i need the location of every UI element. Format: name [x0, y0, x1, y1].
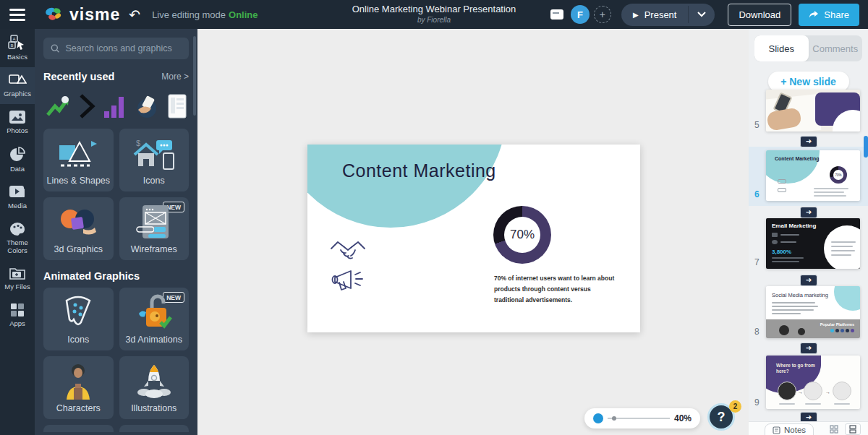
- sidebar-item-theme-colors[interactable]: ThemeColors: [0, 216, 35, 261]
- category-wireframes[interactable]: NEW Wireframes: [119, 197, 190, 260]
- sidebar-item-data[interactable]: Data: [0, 141, 35, 179]
- slide-number: 8: [754, 327, 760, 337]
- slide-thumbnail-6[interactable]: Content Marketing 70%: [766, 150, 860, 201]
- view-toggles: [826, 423, 861, 435]
- category-animated-icons[interactable]: Icons: [43, 288, 114, 350]
- graphics-panel: Recently used More >: [35, 29, 197, 435]
- pizza-slice-icon: [43, 295, 114, 331]
- document-meta: Online Marketing Webinar Presentation by…: [352, 4, 516, 24]
- grid-view-button[interactable]: [826, 423, 842, 435]
- notes-icon: [773, 426, 780, 434]
- slide-transition-button[interactable]: ➜: [800, 136, 817, 147]
- document-icon[interactable]: [167, 93, 187, 119]
- search-bar[interactable]: [43, 38, 189, 59]
- three-d-graphics-icon: [43, 204, 114, 241]
- hamburger-menu-icon[interactable]: [0, 0, 35, 29]
- chevron-down-icon: [697, 12, 706, 17]
- undo-icon[interactable]: ↷: [129, 7, 140, 23]
- slide-transition-button[interactable]: ➜: [800, 275, 817, 286]
- slide-number: 5: [754, 120, 760, 130]
- zoom-slider-knob[interactable]: [593, 413, 603, 423]
- category-3d-animations[interactable]: NEW 3d Animations: [119, 288, 190, 350]
- add-collaborator-button[interactable]: +: [594, 6, 611, 23]
- partial-card[interactable]: [119, 425, 190, 432]
- logo-text: visme: [69, 5, 120, 25]
- category-lines-shapes[interactable]: Lines & Shapes: [43, 129, 114, 191]
- slide-row-6: 6 Content Marketing 70%: [749, 150, 868, 202]
- hand-holding-card-icon[interactable]: [134, 94, 160, 119]
- sidebar-item-my-files[interactable]: My Files: [0, 260, 35, 297]
- green-trend-arrow-icon[interactable]: [45, 93, 71, 119]
- play-icon: ▶: [633, 11, 639, 19]
- slide-number: 7: [754, 257, 760, 267]
- slide-number-selected: 6: [754, 189, 760, 199]
- more-link[interactable]: More >: [161, 72, 189, 82]
- sidebar-item-basics[interactable]: A B Basics: [0, 29, 35, 67]
- chevron-right-icon[interactable]: [78, 94, 95, 119]
- slide-thumbnail-5[interactable]: [766, 90, 860, 132]
- slide-canvas[interactable]: Content Marketing 70% 70% o: [307, 145, 640, 332]
- basics-blocks-icon: A B: [8, 34, 27, 51]
- lines-shapes-icon: [43, 136, 114, 172]
- slide-transition-button[interactable]: ➜: [800, 343, 817, 354]
- teal-semicircle-shape[interactable]: [307, 145, 506, 228]
- apps-grid-icon: [9, 302, 25, 318]
- slide-row-7: 7 Email Marketing 3,800%: [749, 218, 868, 270]
- megaphone-icon[interactable]: [331, 269, 365, 293]
- canvas[interactable]: Content Marketing 70% 70% o: [197, 29, 749, 435]
- category-grid: Lines & Shapes $ Icons 3d Graphics NEW W: [43, 129, 189, 260]
- notes-button[interactable]: Notes: [765, 423, 814, 435]
- search-icon: [51, 43, 59, 53]
- document-byline: by Fiorella: [352, 16, 516, 24]
- live-mode-status: Live editing modeOnline: [152, 9, 258, 20]
- slide-thumbnail-9[interactable]: Where to go from here? → →: [766, 356, 860, 409]
- grid-view-icon: [830, 425, 838, 434]
- tab-slides[interactable]: Slides: [754, 35, 809, 61]
- present-button[interactable]: ▶Present: [621, 4, 689, 26]
- sidebar-item-photos[interactable]: Photos: [0, 104, 35, 141]
- list-view-button[interactable]: [845, 423, 861, 435]
- slide-thumbnail-7[interactable]: Email Marketing 3,800%: [766, 218, 860, 269]
- sidebar-item-media[interactable]: Media: [0, 179, 35, 216]
- character-person-icon: [43, 363, 114, 400]
- theme-palette-icon: [8, 221, 27, 237]
- search-input[interactable]: [65, 43, 182, 53]
- sidebar-item-apps[interactable]: Apps: [0, 297, 35, 334]
- svg-text:B: B: [10, 43, 13, 48]
- present-dropdown-button[interactable]: [688, 6, 715, 23]
- category-3d-graphics[interactable]: 3d Graphics: [43, 197, 114, 260]
- panel-scrollbar[interactable]: [193, 36, 196, 116]
- left-toolbar: A B Basics Graphics Photos: [0, 29, 35, 435]
- download-button[interactable]: Download: [728, 4, 791, 26]
- slide-title[interactable]: Content Marketing: [342, 160, 496, 181]
- sidebar-item-graphics[interactable]: Graphics: [0, 67, 35, 104]
- avatar[interactable]: F: [571, 5, 590, 24]
- icons-category-icon: $: [119, 136, 190, 172]
- share-button[interactable]: Share: [799, 4, 859, 26]
- share-arrow-icon: [809, 10, 819, 19]
- tab-comments[interactable]: Comments: [809, 35, 863, 61]
- slide-transition-button[interactable]: ➜: [800, 207, 817, 218]
- category-illustrations[interactable]: Illustrations: [119, 356, 190, 419]
- recently-used-row: [45, 91, 187, 121]
- category-characters[interactable]: Characters: [43, 356, 114, 419]
- document-title[interactable]: Online Marketing Webinar Presentation: [352, 4, 516, 14]
- slide-row-9: 9 Where to go from here? → →: [749, 356, 868, 410]
- partial-card[interactable]: [43, 425, 114, 432]
- purple-bar-chart-icon[interactable]: [103, 94, 127, 119]
- present-group: ▶Present: [621, 4, 715, 26]
- slide-caption[interactable]: 70% of internet users want to learn abou…: [494, 273, 618, 306]
- slide-thumbnail-8[interactable]: Social Media marketing Popular Platforms: [766, 286, 860, 338]
- zoom-slider-track[interactable]: [608, 418, 670, 419]
- new-slide-button[interactable]: + New slide: [768, 72, 849, 92]
- category-icons[interactable]: $ Icons: [119, 129, 190, 191]
- handshake-icon[interactable]: [329, 238, 367, 264]
- visme-editor: visme ↷ Live editing modeOnline Online M…: [0, 0, 868, 435]
- slide-row-8: 8 Social Media marketing Popular Platfor…: [749, 286, 868, 340]
- zoom-value: 40%: [674, 413, 692, 423]
- svg-text:A: A: [12, 37, 15, 41]
- social-platform-dots: [830, 329, 854, 332]
- visme-logo[interactable]: visme: [45, 5, 120, 25]
- comments-icon[interactable]: [550, 9, 563, 20]
- zoom-control[interactable]: 40%: [584, 408, 700, 428]
